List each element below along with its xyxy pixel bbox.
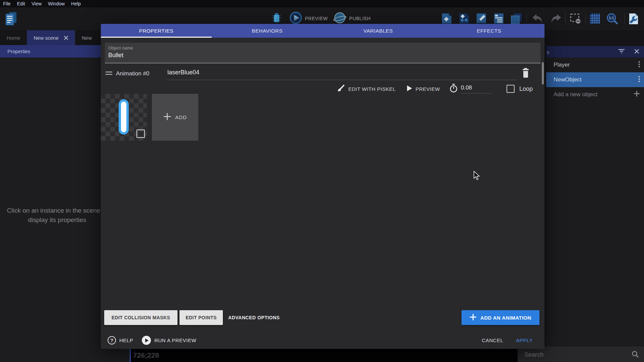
dialog-tab-behaviors[interactable]: BEHAVIORS	[212, 24, 323, 38]
close-tab-icon[interactable]	[64, 36, 68, 40]
help-button[interactable]: HELP	[119, 337, 133, 343]
tab-next-partial[interactable]: New	[75, 30, 98, 45]
toolbar-divider	[526, 13, 527, 24]
animation-title: Animation #0	[116, 70, 149, 77]
object-row-player[interactable]: Player	[546, 58, 644, 72]
add-new-object-row[interactable]: Add a new object	[546, 87, 644, 102]
loop-label: Loop	[519, 85, 533, 93]
dialog-tab-effects[interactable]: EFFECTS	[434, 24, 545, 38]
apply-button[interactable]: APPLY	[516, 337, 533, 343]
tab-new-scene[interactable]: New scene	[27, 30, 75, 45]
properties-empty-message: Click on an instance in the scene to dis…	[0, 206, 114, 225]
dialog-scrollbar[interactable]	[542, 62, 544, 84]
filter-icon[interactable]	[618, 49, 625, 55]
frame-checkbox[interactable]	[136, 130, 145, 138]
dialog-tab-variables[interactable]: VARIABLES	[323, 24, 434, 38]
dialog-tab-bar: PROPERTIES BEHAVIORS VARIABLES EFFECTS	[101, 24, 545, 38]
tools-icon[interactable]	[627, 13, 639, 24]
instances-icon[interactable]	[458, 13, 470, 24]
project-manager-icon[interactable]	[5, 11, 17, 27]
layers-icon[interactable]	[510, 13, 522, 24]
animation-name-underline	[166, 80, 518, 80]
object-name-field[interactable]: Object name Bullet	[105, 43, 540, 63]
close-panel-icon[interactable]	[634, 49, 639, 55]
scene-status-strip: 726;228	[130, 349, 518, 362]
plus-icon	[163, 113, 171, 122]
objects-icon[interactable]	[440, 13, 452, 24]
plus-icon[interactable]	[634, 90, 640, 99]
menu-file[interactable]: File	[3, 1, 11, 6]
animation-name-input[interactable]: laserBlue04	[167, 69, 199, 76]
stopwatch-icon	[449, 84, 458, 94]
preview-animation-button[interactable]: PREVIEW	[415, 86, 440, 92]
animation-header-row: Animation #0 laserBlue04	[105, 67, 540, 81]
add-an-animation-button[interactable]: ADD AN ANIMATION	[461, 310, 539, 325]
add-frame-button[interactable]: ADD	[152, 94, 198, 141]
add-frame-label: ADD	[175, 114, 187, 120]
loop-checkbox[interactable]	[507, 85, 515, 93]
object-row-newobject[interactable]: NewObject	[546, 72, 644, 87]
grid-icon[interactable]	[589, 13, 601, 24]
objects-panel-title-clipped: s	[547, 49, 550, 55]
run-preview-icon[interactable]	[142, 336, 151, 345]
delete-animation-icon[interactable]	[521, 68, 530, 78]
edit-points-button[interactable]: EDIT POINTS	[179, 310, 223, 325]
objects-panel-header: s	[546, 46, 644, 58]
advanced-options-button[interactable]: ADVANCED OPTIONS	[224, 310, 284, 325]
mask-icon[interactable]	[569, 13, 581, 24]
animation-controls-row: EDIT WITH PISKEL PREVIEW 0.08 Loop	[336, 83, 533, 95]
kebab-menu-icon[interactable]	[638, 76, 640, 84]
menu-window[interactable]: Window	[48, 1, 65, 6]
laser-bullet-sprite	[119, 99, 129, 135]
edit-scene-icon[interactable]	[475, 13, 487, 24]
gdevelop-window: File Edit View Window Help	[0, 0, 644, 362]
events-sheet-icon[interactable]	[493, 13, 505, 24]
frame-thumbnail[interactable]	[101, 94, 147, 141]
menu-view[interactable]: View	[32, 1, 42, 6]
cursor-coordinates: 726;228	[133, 351, 159, 359]
preview-label[interactable]: PREVIEW	[305, 16, 328, 21]
help-icon[interactable]	[108, 336, 116, 345]
redo-icon[interactable]	[549, 13, 561, 24]
debug-icon[interactable]	[271, 12, 283, 25]
publish-globe-icon[interactable]	[333, 11, 347, 26]
edit-collision-masks-button[interactable]: EDIT COLLISION MASKS	[104, 310, 177, 325]
search-icon	[632, 351, 639, 360]
zoom-1-1-icon[interactable]: 1:1	[606, 13, 618, 24]
object-name-value[interactable]: Bullet	[108, 52, 123, 59]
object-editor-dialog: PROPERTIES BEHAVIORS VARIABLES EFFECTS O…	[101, 24, 545, 349]
plus-icon	[470, 314, 477, 322]
animation-frames-strip: ADD	[101, 94, 545, 141]
objects-panel: s Player NewObject	[546, 46, 644, 347]
time-between-frames-input[interactable]: 0.08	[461, 84, 492, 94]
publish-label[interactable]: PUBLISH	[349, 16, 370, 21]
cancel-button[interactable]: CANCEL	[482, 337, 503, 343]
toolbar-divider	[586, 13, 586, 24]
dialog-footer: HELP RUN A PREVIEW CANCEL APPLY	[101, 332, 545, 349]
kebab-menu-icon[interactable]	[638, 61, 640, 69]
object-name-label: Object name	[108, 45, 133, 50]
toolbar-divider	[565, 13, 566, 24]
dialog-tab-properties[interactable]: PROPERTIES	[101, 24, 212, 38]
toolbar-center-group: PREVIEW PUBLISH	[271, 12, 371, 25]
preview-play-icon[interactable]	[289, 11, 302, 26]
menu-bar: File Edit View Window Help	[0, 0, 644, 7]
brush-icon	[336, 84, 345, 94]
tab-home[interactable]: Home	[0, 30, 27, 45]
drag-handle-icon[interactable]	[106, 72, 112, 75]
undo-icon[interactable]	[531, 13, 543, 24]
play-icon	[407, 85, 412, 93]
toolbar-divider	[625, 13, 625, 24]
edit-with-piskel-button[interactable]: EDIT WITH PISKEL	[348, 86, 396, 92]
menu-edit[interactable]: Edit	[17, 1, 25, 6]
run-a-preview-button[interactable]: RUN A PREVIEW	[154, 337, 196, 343]
svg-text:1:1: 1:1	[609, 16, 614, 20]
menu-help[interactable]: Help	[71, 1, 81, 6]
